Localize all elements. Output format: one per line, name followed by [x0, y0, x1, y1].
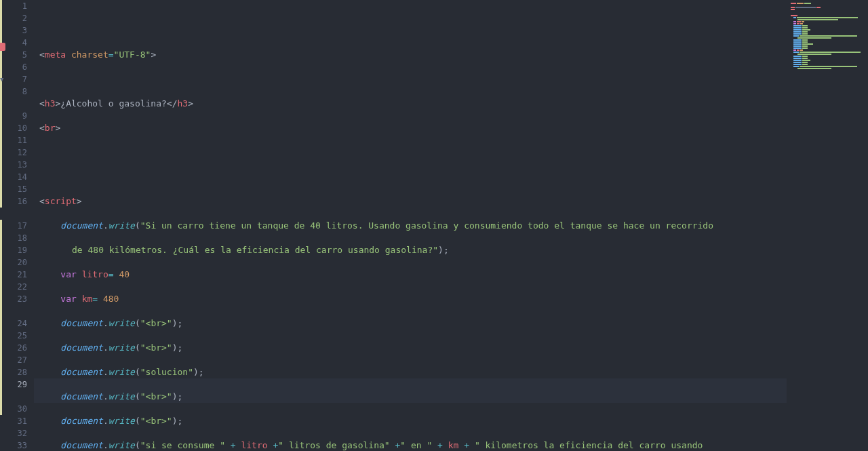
line-number[interactable]: 19 — [5, 244, 27, 256]
code-line[interactable] — [39, 171, 781, 183]
line-number[interactable] — [5, 98, 27, 110]
line-number[interactable]: 23 — [5, 293, 27, 305]
code-line[interactable]: <h3>¿Alcohol o gasolina?</h3> — [39, 98, 781, 110]
code-line[interactable]: de 480 kilómetros. ¿Cuál es la eficienci… — [39, 244, 781, 256]
line-number[interactable]: 27 — [5, 354, 27, 366]
code-line[interactable]: <br> — [39, 122, 781, 134]
line-number[interactable]: 10 — [5, 122, 27, 134]
line-number[interactable]: 17 — [5, 220, 27, 232]
error-indicator[interactable] — [0, 43, 5, 51]
line-number[interactable]: 11 — [5, 134, 27, 146]
line-number[interactable]: 15 — [5, 183, 27, 195]
line-number[interactable]: 31 — [5, 415, 27, 427]
line-number[interactable]: 18 — [5, 232, 27, 244]
line-number[interactable]: 1 — [5, 0, 27, 12]
code-line[interactable]: document.write("<br>"); — [39, 342, 781, 354]
line-number[interactable]: 2 — [5, 12, 27, 24]
code-line[interactable]: document.write("<br>"); — [39, 415, 781, 427]
code-line[interactable]: var litro= 40 — [39, 269, 781, 281]
code-line[interactable]: document.write("solucion"); — [39, 366, 781, 378]
fold-icon[interactable]: ▼ — [0, 73, 3, 85]
active-line-highlight — [34, 378, 787, 391]
code-line[interactable]: document.write("si se consume " + litro … — [39, 439, 781, 451]
code-line[interactable]: document.write("<br>"); — [39, 317, 781, 330]
line-number[interactable]: 20 — [5, 256, 27, 269]
line-number[interactable]: 13 — [5, 159, 27, 171]
code-line[interactable] — [39, 73, 781, 85]
code-line[interactable]: var km= 480 — [39, 293, 781, 305]
modification-indicator — [0, 220, 2, 415]
line-number-gutter[interactable]: 1 2 3 4 5 6 ▼7 8 9 10 11 12 13 14 15 16 … — [0, 0, 34, 451]
line-number[interactable]: 6 — [5, 61, 27, 73]
line-number[interactable]: 29 — [5, 378, 27, 391]
code-line[interactable]: document.write("Si un carro tiene un tan… — [39, 220, 781, 232]
line-number[interactable]: 28 — [5, 366, 27, 378]
line-number[interactable] — [5, 391, 27, 403]
line-number[interactable]: 3 — [5, 24, 27, 37]
line-number[interactable]: 5 — [5, 49, 27, 61]
line-number[interactable]: 9 — [5, 110, 27, 122]
line-number[interactable]: 12 — [5, 146, 27, 159]
modification-indicator — [0, 0, 2, 208]
code-line[interactable]: <meta charset="UTF-8"> — [39, 49, 781, 61]
line-number[interactable]: 33 — [5, 439, 27, 451]
line-number[interactable]: 4 — [5, 37, 27, 49]
line-number[interactable]: 8 — [5, 85, 27, 98]
code-content[interactable]: <meta charset="UTF-8"> <h3>¿Alcohol o ga… — [34, 0, 787, 451]
code-line[interactable]: document.write("<br>"); — [39, 391, 781, 403]
line-number[interactable]: 25 — [5, 330, 27, 342]
line-number[interactable] — [5, 305, 27, 317]
line-number[interactable]: 14 — [5, 171, 27, 183]
line-number[interactable]: 30 — [5, 403, 27, 415]
line-number[interactable]: ▼7 — [5, 73, 27, 85]
line-number[interactable]: 26 — [5, 342, 27, 354]
minimap[interactable] — [787, 0, 868, 451]
line-number[interactable] — [5, 208, 27, 220]
line-number[interactable]: 22 — [5, 281, 27, 293]
code-line[interactable] — [39, 146, 781, 159]
line-number[interactable]: 32 — [5, 427, 27, 439]
line-number[interactable]: 24 — [5, 317, 27, 330]
line-number[interactable]: 21 — [5, 269, 27, 281]
code-editor: 1 2 3 4 5 6 ▼7 8 9 10 11 12 13 14 15 16 … — [0, 0, 868, 451]
line-number[interactable]: 16 — [5, 195, 27, 208]
code-line[interactable]: <script> — [39, 195, 781, 208]
